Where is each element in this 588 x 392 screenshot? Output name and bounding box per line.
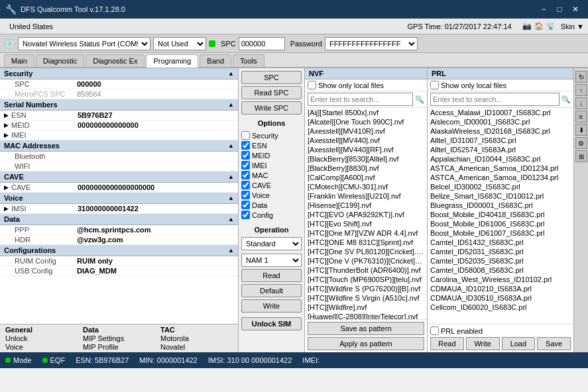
tab-tools[interactable]: Tools [233, 54, 265, 67]
prl-write-button[interactable]: Write [466, 337, 500, 350]
close-button[interactable]: ✕ [568, 3, 583, 15]
prl-list-item[interactable]: Boost_Mobile_ID61007_IS683C.prl [428, 228, 573, 238]
up-icon[interactable]: ↑ [575, 84, 587, 96]
nvf-list-item[interactable]: [CMotech][CMU-301].nvf [305, 182, 427, 191]
nvf-list-item[interactable]: [HTC][Evo Shift].nvf [305, 219, 427, 228]
bottom-mip-settings[interactable]: MIP Settings [83, 334, 155, 342]
bottom-novatel[interactable]: Novatel [160, 343, 233, 351]
default-button[interactable]: Default [241, 284, 302, 297]
nam-select[interactable]: NAM 1 [241, 254, 302, 267]
tab-main[interactable]: Main [4, 54, 34, 67]
option-checkbox-meid[interactable] [241, 151, 250, 160]
spc-input[interactable] [239, 37, 285, 50]
nvf-list-item[interactable]: [Aij][Startel 8500x].nvf [305, 108, 427, 117]
password-select[interactable]: FFFFFFFFFFFFFFFF [325, 37, 418, 50]
maximize-button[interactable]: □ [552, 3, 567, 15]
prl-search-input[interactable] [430, 93, 559, 106]
tab-diagnostic-ex[interactable]: Diagnostic Ex [86, 54, 145, 67]
write-button[interactable]: Write [241, 299, 302, 313]
nvf-show-local-checkbox[interactable] [308, 81, 316, 89]
save-as-pattern-button[interactable]: Save as pattern [308, 322, 424, 335]
prl-enabled-checkbox[interactable] [430, 326, 439, 335]
bottom-voice[interactable]: Voice [5, 343, 78, 351]
nvf-list-item[interactable]: [HTC][One V (PK76310)][Cricket].nvf [305, 256, 427, 266]
prl-list-item[interactable]: Camtel_ID51432_IS683C.prl [428, 238, 573, 247]
prl-list-item[interactable]: Camtel_ID52031_IS683C.prl [428, 247, 573, 256]
bottom-mip-profile[interactable]: MIP Profile [83, 343, 155, 351]
section-data[interactable]: Data ▲ [0, 214, 238, 225]
prl-list-item[interactable]: CDMAUA_ID30510_IS683A.prl [428, 293, 573, 303]
nvf-list-item[interactable]: [BlackBerry][8530][Alltel].nvf [305, 154, 427, 164]
tab-programing[interactable]: Programing [146, 54, 198, 68]
menu-item-united-states[interactable]: United States [4, 21, 58, 32]
minimize-button[interactable]: − [536, 3, 551, 15]
prl-show-local-checkbox[interactable] [430, 81, 439, 89]
prl-list-item[interactable]: Belize_Smart_IS683C_ID10012.prl [428, 191, 573, 201]
tab-band[interactable]: Band [200, 54, 231, 67]
option-checkbox-voice[interactable] [241, 191, 250, 199]
prl-list-item[interactable]: Boost_Mobile_ID40418_IS683C.prl [428, 210, 573, 219]
prl-list-item[interactable]: Camtel_ID58008_IS683C.prl [428, 266, 573, 275]
skin-button[interactable]: Skin ▼ [561, 23, 584, 30]
prl-list-item[interactable]: Aislecom_ID00001_IS683C.prl [428, 117, 573, 126]
prl-search-icon[interactable]: 🔍 [561, 95, 571, 104]
nvf-list-item[interactable]: [HTC][EVO (APA9292KT)].nvf [305, 210, 427, 219]
option-checkbox-cave[interactable] [241, 181, 250, 189]
nvf-list-item[interactable]: [Alcatel][One Touch 990C].nvf [305, 117, 427, 126]
prl-read-button[interactable]: Read [430, 337, 464, 350]
home-icon[interactable]: 🏠 [534, 22, 544, 30]
nvf-list-item[interactable]: [HTC][Wildfire S (PG76200)][B].nvf [305, 284, 427, 293]
nvf-list-item[interactable]: [HTC][ONE M8 831C][Sprint].nvf [305, 238, 427, 247]
nvf-search-input[interactable] [308, 93, 413, 106]
read-button[interactable]: Read [241, 269, 302, 282]
bottom-general[interactable]: General [5, 326, 78, 334]
option-checkbox-mac[interactable] [241, 171, 250, 179]
prl-save-button[interactable]: Save [537, 337, 571, 350]
prl-load-button[interactable]: Load [502, 337, 536, 350]
nvf-list-item[interactable]: [HTC][ThunderBolt (ADR6400)].nvf [305, 266, 427, 275]
prl-list-item[interactable]: Appalachian_ID10044_IS683C.prl [428, 154, 573, 164]
down-icon[interactable]: ↓ [575, 97, 587, 109]
section-cave[interactable]: CAVE ▲ [0, 172, 238, 183]
nvf-list-item[interactable]: [Hisense][C199].nvf [305, 201, 427, 210]
list-icon[interactable]: ≡ [575, 111, 587, 122]
download-icon[interactable]: ⬇ [575, 124, 587, 136]
nvf-list-item[interactable]: [CalComp][A600].nvf [305, 173, 427, 182]
prl-list-item[interactable]: CDMAUA_ID10210_IS683A.prl [428, 284, 573, 293]
prl-list-item[interactable]: ASTCA_American_Samoa_ID01234.prl [428, 173, 573, 182]
option-checkbox-imei[interactable] [241, 161, 250, 170]
nvf-list-item[interactable]: [HTC][Touch (MP6900SP)][telu].nvf [305, 275, 427, 284]
notused-select[interactable]: Not Used [153, 37, 206, 50]
operation-select[interactable]: Standard [241, 237, 302, 250]
refresh-icon[interactable]: ↻ [575, 71, 587, 83]
option-checkbox-data[interactable] [241, 201, 250, 209]
prl-list-item[interactable]: Camtel_ID52035_IS683C.prl [428, 256, 573, 266]
section-voice[interactable]: Voice ▲ [0, 193, 238, 204]
section-configurations[interactable]: Configurations ▲ [0, 245, 238, 256]
nvf-list-item[interactable]: [HTC][One M7][VZW ADR 4.4].nvf [305, 228, 427, 238]
nvf-list-item[interactable]: [HTC][Wildfire S Virgin (A510c].nvf [305, 293, 427, 303]
prl-list-item[interactable]: AlaskaWireless_ID20168_IS683C.prl [428, 126, 573, 136]
grid-icon[interactable]: ⊞ [575, 150, 587, 162]
option-checkbox-config[interactable] [241, 211, 250, 219]
prl-list-item[interactable]: Belcel_ID30002_IS683C.prl [428, 182, 573, 191]
prl-list-item[interactable]: Cellcom_ID60020_IS683C.prl [428, 303, 573, 312]
prl-list-item[interactable]: Bluegrass_ID00001_IS683C.prl [428, 201, 573, 210]
prl-list-item[interactable]: Alltel_ID31007_IS683C.prl [428, 136, 573, 145]
nvf-list-item[interactable]: [Axesstell][MV440][RF].nvf [305, 145, 427, 154]
port-select[interactable]: Novatel Wireless Status Port (COM9) [18, 37, 150, 50]
prl-list-item[interactable]: Boost_Mobile_ID61006_IS683C.prl [428, 219, 573, 228]
prl-list-item[interactable]: Alltel_ID52574_IS683A.prl [428, 145, 573, 154]
tab-diagnostic[interactable]: Diagnostic [36, 54, 84, 67]
spc-button[interactable]: SPC [241, 71, 302, 84]
section-serial-numbers[interactable]: Serial Numbers ▲ [0, 99, 238, 111]
read-spc-button[interactable]: Read SPC [241, 86, 302, 99]
nvf-list-item[interactable]: [Axesstell][MV440].nvf [305, 136, 427, 145]
settings-icon[interactable]: ⚙ [575, 137, 587, 149]
option-checkbox-esn[interactable] [241, 141, 250, 150]
section-security[interactable]: Security ▲ [0, 68, 238, 79]
option-checkbox-security[interactable] [241, 131, 250, 140]
prl-list-item[interactable]: ASTCA_American_Samoa_ID01234.prl [428, 164, 573, 173]
nvf-list-item[interactable]: [HTC][Wildfire].nvf [305, 303, 427, 312]
nvf-list-item[interactable]: [Franklin Wireless][U210].nvf [305, 191, 427, 201]
